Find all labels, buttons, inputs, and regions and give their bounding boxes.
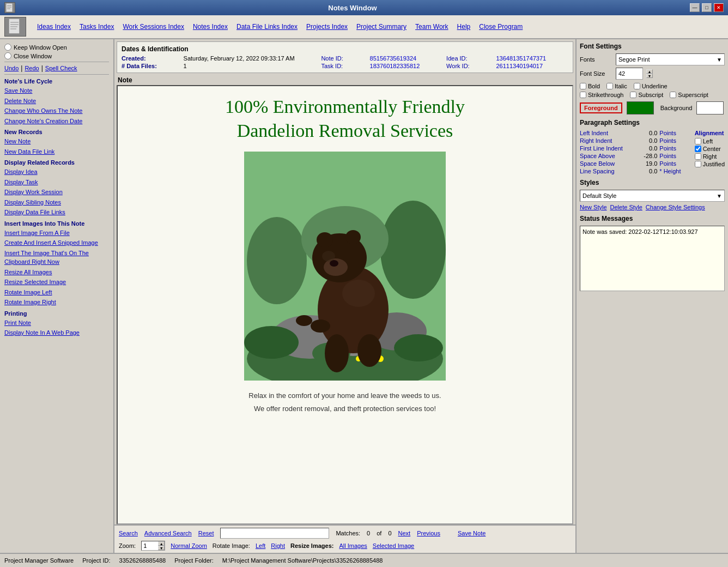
bold-checkbox-item[interactable]: Bold (580, 83, 600, 89)
bold-checkbox[interactable] (580, 83, 586, 89)
justified-align-item[interactable]: Justified (695, 161, 725, 167)
first-line-label: First Line Indent (580, 145, 632, 152)
center-align-checkbox[interactable] (695, 146, 701, 152)
keep-window-radio-input[interactable] (4, 44, 11, 51)
display-sibling-notes-link[interactable]: Display Sibling Notes (4, 198, 109, 207)
italic-checkbox-item[interactable]: Italic (606, 83, 627, 89)
redo-button[interactable]: Redo (25, 64, 39, 72)
save-note-toolbar-link[interactable]: Save Note (458, 530, 486, 536)
all-images-link[interactable]: All Images (339, 542, 367, 549)
main-layout: Keep Window Open Close Window Undo | Red… (0, 39, 728, 553)
underline-checkbox[interactable] (634, 83, 640, 89)
menu-project-summary[interactable]: Project Summary (352, 21, 411, 33)
close-button[interactable]: ✕ (714, 3, 724, 12)
font-size-down[interactable]: ▼ (646, 74, 653, 78)
superscript-checkbox[interactable] (670, 92, 676, 98)
new-style-button[interactable]: New Style (580, 204, 607, 210)
menu-notes-index[interactable]: Notes Index (189, 21, 232, 33)
menu-ideas-index[interactable]: Ideas Index (33, 21, 75, 33)
spell-check-button[interactable]: Spell Check (45, 64, 77, 72)
styles-dropdown[interactable]: Default Style ▼ (580, 190, 725, 202)
display-work-session-link[interactable]: Display Work Session (4, 188, 109, 197)
close-window-radio[interactable]: Close Window (4, 52, 109, 59)
display-idea-link[interactable]: Display Idea (4, 167, 109, 177)
menu-team-work[interactable]: Team Work (411, 21, 452, 33)
resize-all-images-link[interactable]: Resize All Images (4, 268, 109, 277)
delete-style-button[interactable]: Delete Style (610, 204, 642, 210)
right-align-label: Right (703, 153, 717, 160)
change-style-button[interactable]: Change Style Settings (646, 204, 705, 210)
bold-label: Bold (588, 83, 600, 89)
keep-window-radio[interactable]: Keep Window Open (4, 44, 109, 51)
selected-image-link[interactable]: Selected Image (373, 542, 414, 549)
menu-tasks-index[interactable]: Tasks Index (75, 21, 118, 33)
italic-checkbox[interactable] (606, 83, 613, 89)
fonts-label: Fonts (580, 56, 612, 63)
delete-note-link[interactable]: Delete Note (4, 96, 109, 106)
undo-button[interactable]: Undo (4, 64, 19, 72)
rotate-image-right-link[interactable]: Rotate Image Right (4, 298, 109, 307)
change-creation-date-link[interactable]: Change Note's Creation Date (4, 117, 109, 126)
font-dropdown[interactable]: Segoe Print ▼ (616, 53, 725, 65)
center-align-item[interactable]: Center (695, 146, 725, 152)
underline-checkbox-item[interactable]: Underline (634, 83, 668, 89)
display-note-web-link[interactable]: Display Note In A Web Page (4, 328, 109, 337)
font-size-input[interactable]: 42 (616, 68, 643, 80)
zoom-up-button[interactable]: ▲ (158, 541, 165, 546)
insert-clipboard-image-link[interactable]: Insert The Image That's On The Clipboard… (4, 249, 109, 267)
create-snipped-image-link[interactable]: Create And Insert A Snipped Image (4, 238, 109, 248)
insert-image-file-link[interactable]: Insert Image From A File (4, 228, 109, 238)
display-data-file-links-link[interactable]: Display Data File Links (4, 208, 109, 217)
right-align-item[interactable]: Right (695, 153, 725, 160)
save-note-link[interactable]: Save Note (4, 86, 109, 95)
next-link[interactable]: Next (398, 530, 411, 536)
status-messages-title: Status Messages (580, 215, 725, 222)
subscript-checkbox-item[interactable]: Subscript (630, 92, 663, 98)
strikethrough-checkbox[interactable] (580, 92, 586, 98)
font-size-up[interactable]: ▲ (646, 69, 653, 74)
previous-link[interactable]: Previous (417, 530, 440, 536)
zoom-down-button[interactable]: ▼ (158, 546, 165, 550)
left-align-checkbox[interactable] (695, 138, 701, 144)
print-note-link[interactable]: Print Note (4, 318, 109, 328)
menu-work-sessions-index[interactable]: Work Sessions Index (118, 21, 189, 33)
new-data-file-link[interactable]: New Data File Link (4, 147, 109, 156)
dates-grid: Created: Saturday, February 12, 2022 09:… (122, 55, 568, 69)
resize-selected-image-link[interactable]: Resize Selected Image (4, 278, 109, 287)
left-align-item[interactable]: Left (695, 138, 725, 144)
search-bar: Search Advanced Search Reset Matches: 0 … (119, 528, 571, 539)
normal-zoom-link[interactable]: Normal Zoom (171, 542, 207, 549)
rotate-image-left-link[interactable]: Rotate Image Left (4, 288, 109, 297)
minimize-button[interactable]: — (690, 3, 700, 12)
app-name: Project Manager Software (4, 557, 74, 564)
justified-align-checkbox[interactable] (695, 161, 701, 167)
zoom-input[interactable] (142, 542, 158, 550)
created-value: Saturday, February 12, 2022 09:33:17 AM (184, 55, 317, 62)
data-files-label: # Data Files: (122, 63, 179, 69)
foreground-color-swatch[interactable] (627, 101, 654, 114)
menu-data-file-links-index[interactable]: Data File Links Index (232, 21, 302, 33)
right-align-checkbox[interactable] (695, 153, 701, 160)
search-input[interactable] (220, 528, 329, 539)
reset-link[interactable]: Reset (198, 530, 214, 536)
background-color-swatch[interactable] (696, 101, 724, 114)
note-title-line1: 100% Environmentally Friendly (225, 96, 465, 117)
superscript-checkbox-item[interactable]: Superscript (670, 92, 708, 98)
change-owner-link[interactable]: Change Who Owns The Note (4, 106, 109, 116)
subscript-checkbox[interactable] (630, 92, 636, 98)
rotate-left-link[interactable]: Left (256, 542, 265, 549)
menu-help[interactable]: Help (453, 21, 475, 33)
menu-projects-index[interactable]: Projects Index (302, 21, 352, 33)
note-area[interactable]: 100% Environmentally Friendly Dandelion … (117, 85, 573, 524)
close-window-radio-input[interactable] (4, 52, 11, 59)
new-note-link[interactable]: New Note (4, 137, 109, 146)
alignment-label: Alignment (695, 130, 725, 136)
menu-close-program[interactable]: Close Program (475, 21, 527, 33)
rotate-right-link[interactable]: Right (271, 542, 285, 549)
display-task-link[interactable]: Display Task (4, 178, 109, 187)
maximize-button[interactable]: □ (702, 3, 712, 12)
advanced-search-link[interactable]: Advanced Search (144, 530, 192, 536)
font-size-value: 42 (618, 70, 625, 77)
strikethrough-checkbox-item[interactable]: Strikethrough (580, 92, 623, 98)
search-link[interactable]: Search (119, 530, 138, 536)
